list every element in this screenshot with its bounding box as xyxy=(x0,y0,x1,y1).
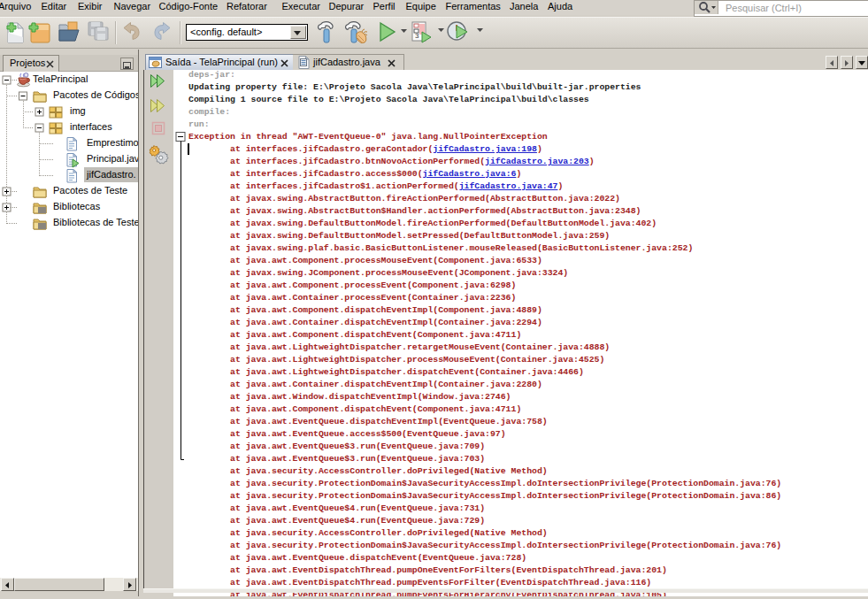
svg-text:3: 3 xyxy=(415,32,419,40)
